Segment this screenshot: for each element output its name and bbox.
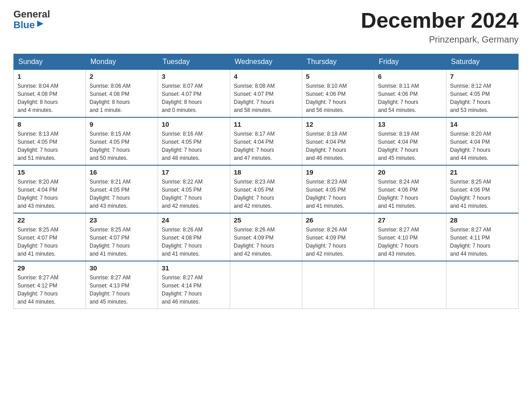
table-row: 28 Sunrise: 8:27 AMSunset: 4:11 PMDaylig… — [446, 213, 519, 261]
table-row: 18 Sunrise: 8:23 AMSunset: 4:05 PMDaylig… — [230, 165, 302, 213]
table-row: 7 Sunrise: 8:12 AMSunset: 4:05 PMDayligh… — [446, 69, 519, 117]
day-info: Sunrise: 8:15 AMSunset: 4:05 PMDaylight:… — [90, 130, 154, 162]
table-row: 24 Sunrise: 8:26 AMSunset: 4:08 PMDaylig… — [158, 213, 230, 261]
day-number: 13 — [378, 120, 442, 128]
table-row: 15 Sunrise: 8:20 AMSunset: 4:04 PMDaylig… — [14, 165, 86, 213]
table-row: 14 Sunrise: 8:20 AMSunset: 4:04 PMDaylig… — [446, 117, 519, 165]
title-section: December 2024 Prinzenpark, Germany — [361, 9, 519, 45]
logo-blue: Blue — [13, 20, 35, 30]
logo-general: General — [13, 9, 50, 20]
calendar-table: Sunday Monday Tuesday Wednesday Thursday… — [13, 54, 519, 309]
day-info: Sunrise: 8:06 AMSunset: 4:08 PMDaylight:… — [90, 82, 154, 114]
day-info: Sunrise: 8:23 AMSunset: 4:05 PMDaylight:… — [234, 178, 298, 210]
day-info: Sunrise: 8:11 AMSunset: 4:06 PMDaylight:… — [378, 82, 442, 114]
table-row: 6 Sunrise: 8:11 AMSunset: 4:06 PMDayligh… — [374, 69, 446, 117]
day-number: 6 — [378, 73, 442, 80]
table-row: 29 Sunrise: 8:27 AMSunset: 4:12 PMDaylig… — [14, 261, 86, 309]
day-info: Sunrise: 8:16 AMSunset: 4:05 PMDaylight:… — [162, 130, 226, 162]
day-info: Sunrise: 8:24 AMSunset: 4:06 PMDaylight:… — [378, 178, 442, 210]
table-row — [302, 261, 374, 309]
day-info: Sunrise: 8:20 AMSunset: 4:04 PMDaylight:… — [17, 178, 82, 210]
col-thursday: Thursday — [302, 54, 374, 69]
table-row: 26 Sunrise: 8:26 AMSunset: 4:09 PMDaylig… — [302, 213, 374, 261]
day-number: 7 — [450, 73, 515, 80]
day-info: Sunrise: 8:12 AMSunset: 4:05 PMDaylight:… — [450, 82, 515, 114]
table-row: 17 Sunrise: 8:22 AMSunset: 4:05 PMDaylig… — [158, 165, 230, 213]
day-number: 3 — [162, 73, 226, 80]
svg-marker-0 — [37, 21, 43, 27]
day-info: Sunrise: 8:25 AMSunset: 4:07 PMDaylight:… — [17, 226, 82, 258]
day-info: Sunrise: 8:19 AMSunset: 4:04 PMDaylight:… — [378, 130, 442, 162]
col-sunday: Sunday — [14, 54, 86, 69]
day-number: 19 — [306, 168, 370, 176]
col-wednesday: Wednesday — [230, 54, 302, 69]
day-number: 1 — [17, 73, 82, 80]
table-row: 20 Sunrise: 8:24 AMSunset: 4:06 PMDaylig… — [374, 165, 446, 213]
day-number: 10 — [162, 120, 226, 128]
table-row: 19 Sunrise: 8:23 AMSunset: 4:05 PMDaylig… — [302, 165, 374, 213]
calendar-week-row: 22 Sunrise: 8:25 AMSunset: 4:07 PMDaylig… — [14, 213, 519, 261]
table-row: 23 Sunrise: 8:25 AMSunset: 4:07 PMDaylig… — [86, 213, 158, 261]
day-info: Sunrise: 8:25 AMSunset: 4:07 PMDaylight:… — [90, 226, 154, 258]
table-row: 11 Sunrise: 8:17 AMSunset: 4:04 PMDaylig… — [230, 117, 302, 165]
day-number: 20 — [378, 168, 442, 176]
day-number: 12 — [306, 120, 370, 128]
day-number: 9 — [90, 120, 154, 128]
day-number: 17 — [162, 168, 226, 176]
col-monday: Monday — [86, 54, 158, 69]
location: Prinzenpark, Germany — [361, 34, 519, 45]
day-info: Sunrise: 8:17 AMSunset: 4:04 PMDaylight:… — [234, 130, 298, 162]
day-info: Sunrise: 8:27 AMSunset: 4:13 PMDaylight:… — [90, 274, 154, 306]
table-row — [374, 261, 446, 309]
logo-arrow-icon — [36, 20, 44, 28]
day-number: 23 — [90, 216, 154, 224]
table-row: 25 Sunrise: 8:26 AMSunset: 4:09 PMDaylig… — [230, 213, 302, 261]
table-row: 13 Sunrise: 8:19 AMSunset: 4:04 PMDaylig… — [374, 117, 446, 165]
day-info: Sunrise: 8:27 AMSunset: 4:10 PMDaylight:… — [378, 226, 442, 258]
page-header: General Blue December 2024 Prinzenpark, … — [13, 9, 519, 45]
col-tuesday: Tuesday — [158, 54, 230, 69]
calendar-header-row: Sunday Monday Tuesday Wednesday Thursday… — [14, 54, 519, 69]
day-info: Sunrise: 8:26 AMSunset: 4:08 PMDaylight:… — [162, 226, 226, 258]
calendar-week-row: 1 Sunrise: 8:04 AMSunset: 4:08 PMDayligh… — [14, 69, 519, 117]
day-number: 4 — [234, 73, 298, 80]
day-info: Sunrise: 8:27 AMSunset: 4:14 PMDaylight:… — [162, 274, 226, 306]
day-number: 8 — [17, 120, 82, 128]
table-row: 5 Sunrise: 8:10 AMSunset: 4:06 PMDayligh… — [302, 69, 374, 117]
day-number: 2 — [90, 73, 154, 80]
col-friday: Friday — [374, 54, 446, 69]
day-number: 11 — [234, 120, 298, 128]
table-row: 3 Sunrise: 8:07 AMSunset: 4:07 PMDayligh… — [158, 69, 230, 117]
day-number: 29 — [17, 264, 82, 272]
day-info: Sunrise: 8:04 AMSunset: 4:08 PMDaylight:… — [17, 82, 82, 114]
day-number: 30 — [90, 264, 154, 272]
day-info: Sunrise: 8:23 AMSunset: 4:05 PMDaylight:… — [306, 178, 370, 210]
day-number: 5 — [306, 73, 370, 80]
table-row: 21 Sunrise: 8:25 AMSunset: 4:06 PMDaylig… — [446, 165, 519, 213]
table-row — [446, 261, 519, 309]
day-info: Sunrise: 8:22 AMSunset: 4:05 PMDaylight:… — [162, 178, 226, 210]
day-info: Sunrise: 8:21 AMSunset: 4:05 PMDaylight:… — [90, 178, 154, 210]
day-number: 27 — [378, 216, 442, 224]
calendar-week-row: 15 Sunrise: 8:20 AMSunset: 4:04 PMDaylig… — [14, 165, 519, 213]
day-info: Sunrise: 8:27 AMSunset: 4:12 PMDaylight:… — [17, 274, 82, 306]
day-number: 31 — [162, 264, 226, 272]
col-saturday: Saturday — [446, 54, 519, 69]
day-number: 24 — [162, 216, 226, 224]
day-info: Sunrise: 8:26 AMSunset: 4:09 PMDaylight:… — [234, 226, 298, 258]
month-title: December 2024 — [361, 9, 519, 33]
day-info: Sunrise: 8:18 AMSunset: 4:04 PMDaylight:… — [306, 130, 370, 162]
day-number: 22 — [17, 216, 82, 224]
logo: General Blue — [13, 9, 50, 30]
calendar-week-row: 8 Sunrise: 8:13 AMSunset: 4:05 PMDayligh… — [14, 117, 519, 165]
table-row: 4 Sunrise: 8:08 AMSunset: 4:07 PMDayligh… — [230, 69, 302, 117]
table-row: 2 Sunrise: 8:06 AMSunset: 4:08 PMDayligh… — [86, 69, 158, 117]
table-row: 9 Sunrise: 8:15 AMSunset: 4:05 PMDayligh… — [86, 117, 158, 165]
day-number: 28 — [450, 216, 515, 224]
table-row: 10 Sunrise: 8:16 AMSunset: 4:05 PMDaylig… — [158, 117, 230, 165]
day-info: Sunrise: 8:07 AMSunset: 4:07 PMDaylight:… — [162, 82, 226, 114]
table-row: 8 Sunrise: 8:13 AMSunset: 4:05 PMDayligh… — [14, 117, 86, 165]
table-row: 30 Sunrise: 8:27 AMSunset: 4:13 PMDaylig… — [86, 261, 158, 309]
day-info: Sunrise: 8:10 AMSunset: 4:06 PMDaylight:… — [306, 82, 370, 114]
day-number: 18 — [234, 168, 298, 176]
